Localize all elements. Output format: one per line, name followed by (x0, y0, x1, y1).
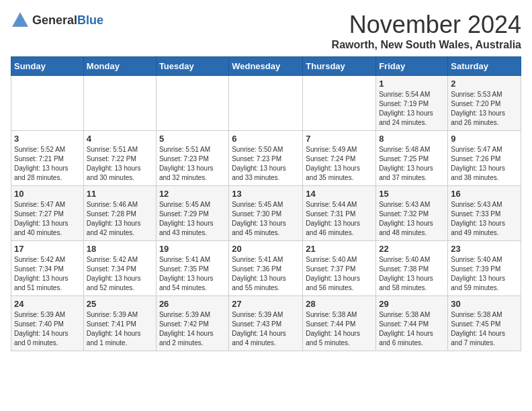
calendar-cell: 25Sunrise: 5:39 AM Sunset: 7:41 PM Dayli… (83, 296, 156, 351)
calendar-cell: 8Sunrise: 5:48 AM Sunset: 7:25 PM Daylig… (376, 131, 448, 186)
calendar-cell: 24Sunrise: 5:39 AM Sunset: 7:40 PM Dayli… (11, 296, 84, 351)
calendar-cell: 20Sunrise: 5:41 AM Sunset: 7:36 PM Dayli… (229, 241, 303, 296)
day-info: Sunrise: 5:38 AM Sunset: 7:45 PM Dayligh… (451, 310, 518, 348)
calendar-week-row: 17Sunrise: 5:42 AM Sunset: 7:34 PM Dayli… (11, 241, 521, 296)
day-number: 21 (306, 244, 373, 254)
day-info: Sunrise: 5:43 AM Sunset: 7:32 PM Dayligh… (379, 200, 445, 238)
calendar-cell: 9Sunrise: 5:47 AM Sunset: 7:26 PM Daylig… (448, 131, 521, 186)
header-tuesday: Tuesday (156, 57, 228, 76)
title-area: November 2024 Raworth, New South Wales, … (332, 11, 521, 51)
day-info: Sunrise: 5:45 AM Sunset: 7:30 PM Dayligh… (232, 200, 300, 238)
day-number: 8 (379, 134, 445, 144)
day-info: Sunrise: 5:49 AM Sunset: 7:24 PM Dayligh… (306, 145, 373, 183)
logo-text: GeneralBlue (32, 13, 103, 28)
day-number: 5 (159, 134, 226, 144)
calendar-cell: 30Sunrise: 5:38 AM Sunset: 7:45 PM Dayli… (448, 296, 521, 351)
svg-marker-2 (13, 15, 27, 26)
calendar-cell (229, 76, 303, 131)
calendar-cell: 5Sunrise: 5:51 AM Sunset: 7:23 PM Daylig… (156, 131, 228, 186)
day-info: Sunrise: 5:40 AM Sunset: 7:38 PM Dayligh… (379, 255, 445, 293)
calendar-week-row: 3Sunrise: 5:52 AM Sunset: 7:21 PM Daylig… (11, 131, 521, 186)
calendar-table: SundayMondayTuesdayWednesdayThursdayFrid… (11, 56, 521, 351)
calendar-cell (303, 76, 376, 131)
day-number: 23 (451, 244, 518, 254)
calendar-cell: 21Sunrise: 5:40 AM Sunset: 7:37 PM Dayli… (303, 241, 376, 296)
day-info: Sunrise: 5:47 AM Sunset: 7:26 PM Dayligh… (451, 145, 518, 183)
calendar-cell: 11Sunrise: 5:46 AM Sunset: 7:28 PM Dayli… (83, 186, 156, 241)
logo-icon (11, 11, 30, 30)
day-info: Sunrise: 5:45 AM Sunset: 7:29 PM Dayligh… (159, 200, 226, 238)
day-info: Sunrise: 5:47 AM Sunset: 7:27 PM Dayligh… (14, 200, 81, 238)
header-thursday: Thursday (303, 57, 376, 76)
day-number: 11 (87, 189, 153, 199)
day-info: Sunrise: 5:52 AM Sunset: 7:21 PM Dayligh… (14, 145, 81, 183)
header-sunday: Sunday (11, 57, 84, 76)
calendar-cell: 23Sunrise: 5:40 AM Sunset: 7:39 PM Dayli… (448, 241, 521, 296)
calendar-cell: 22Sunrise: 5:40 AM Sunset: 7:38 PM Dayli… (376, 241, 448, 296)
day-number: 6 (232, 134, 300, 144)
calendar-cell: 16Sunrise: 5:43 AM Sunset: 7:33 PM Dayli… (448, 186, 521, 241)
day-info: Sunrise: 5:42 AM Sunset: 7:34 PM Dayligh… (87, 255, 153, 293)
calendar-cell: 2Sunrise: 5:53 AM Sunset: 7:20 PM Daylig… (448, 76, 521, 131)
day-number: 29 (379, 299, 445, 309)
day-number: 13 (232, 189, 300, 199)
calendar-cell: 12Sunrise: 5:45 AM Sunset: 7:29 PM Dayli… (156, 186, 228, 241)
calendar-cell: 3Sunrise: 5:52 AM Sunset: 7:21 PM Daylig… (11, 131, 84, 186)
day-info: Sunrise: 5:38 AM Sunset: 7:44 PM Dayligh… (306, 310, 373, 348)
day-number: 15 (379, 189, 445, 199)
calendar-cell: 6Sunrise: 5:50 AM Sunset: 7:23 PM Daylig… (229, 131, 303, 186)
header-saturday: Saturday (448, 57, 521, 76)
month-title: November 2024 (332, 11, 521, 39)
day-number: 22 (379, 244, 445, 254)
day-info: Sunrise: 5:54 AM Sunset: 7:19 PM Dayligh… (379, 90, 445, 128)
day-number: 20 (232, 244, 300, 254)
day-number: 4 (87, 134, 153, 144)
day-number: 14 (306, 189, 373, 199)
logo: GeneralBlue (11, 11, 103, 30)
calendar-cell: 28Sunrise: 5:38 AM Sunset: 7:44 PM Dayli… (303, 296, 376, 351)
calendar-cell (156, 76, 228, 131)
day-number: 3 (14, 134, 81, 144)
header-wednesday: Wednesday (229, 57, 303, 76)
day-info: Sunrise: 5:43 AM Sunset: 7:33 PM Dayligh… (451, 200, 518, 238)
logo-general: General (32, 13, 77, 27)
calendar-cell: 1Sunrise: 5:54 AM Sunset: 7:19 PM Daylig… (376, 76, 448, 131)
calendar-cell (11, 76, 84, 131)
day-info: Sunrise: 5:50 AM Sunset: 7:23 PM Dayligh… (232, 145, 300, 183)
calendar-cell: 26Sunrise: 5:39 AM Sunset: 7:42 PM Dayli… (156, 296, 228, 351)
day-number: 1 (379, 79, 445, 89)
calendar-cell: 14Sunrise: 5:44 AM Sunset: 7:31 PM Dayli… (303, 186, 376, 241)
calendar-week-row: 24Sunrise: 5:39 AM Sunset: 7:40 PM Dayli… (11, 296, 521, 351)
calendar-cell: 27Sunrise: 5:39 AM Sunset: 7:43 PM Dayli… (229, 296, 303, 351)
day-info: Sunrise: 5:40 AM Sunset: 7:39 PM Dayligh… (451, 255, 518, 293)
day-info: Sunrise: 5:41 AM Sunset: 7:35 PM Dayligh… (159, 255, 226, 293)
day-number: 28 (306, 299, 373, 309)
calendar-header-row: SundayMondayTuesdayWednesdayThursdayFrid… (11, 57, 521, 76)
day-info: Sunrise: 5:53 AM Sunset: 7:20 PM Dayligh… (451, 90, 518, 128)
calendar-cell: 10Sunrise: 5:47 AM Sunset: 7:27 PM Dayli… (11, 186, 84, 241)
header-friday: Friday (376, 57, 448, 76)
day-info: Sunrise: 5:51 AM Sunset: 7:23 PM Dayligh… (159, 145, 226, 183)
logo-blue: Blue (77, 13, 103, 27)
day-info: Sunrise: 5:48 AM Sunset: 7:25 PM Dayligh… (379, 145, 445, 183)
day-number: 16 (451, 189, 518, 199)
calendar-cell: 15Sunrise: 5:43 AM Sunset: 7:32 PM Dayli… (376, 186, 448, 241)
day-info: Sunrise: 5:44 AM Sunset: 7:31 PM Dayligh… (306, 200, 373, 238)
day-number: 30 (451, 299, 518, 309)
day-number: 26 (159, 299, 226, 309)
day-number: 19 (159, 244, 226, 254)
day-number: 27 (232, 299, 300, 309)
day-info: Sunrise: 5:40 AM Sunset: 7:37 PM Dayligh… (306, 255, 373, 293)
day-number: 24 (14, 299, 81, 309)
day-info: Sunrise: 5:39 AM Sunset: 7:43 PM Dayligh… (232, 310, 300, 348)
calendar-cell: 19Sunrise: 5:41 AM Sunset: 7:35 PM Dayli… (156, 241, 228, 296)
calendar-cell: 13Sunrise: 5:45 AM Sunset: 7:30 PM Dayli… (229, 186, 303, 241)
day-info: Sunrise: 5:39 AM Sunset: 7:41 PM Dayligh… (87, 310, 153, 348)
location-title: Raworth, New South Wales, Australia (332, 39, 521, 51)
header: GeneralBlue November 2024 Raworth, New S… (11, 11, 521, 51)
day-info: Sunrise: 5:39 AM Sunset: 7:40 PM Dayligh… (14, 310, 81, 348)
calendar-cell: 4Sunrise: 5:51 AM Sunset: 7:22 PM Daylig… (83, 131, 156, 186)
calendar-week-row: 1Sunrise: 5:54 AM Sunset: 7:19 PM Daylig… (11, 76, 521, 131)
calendar-cell: 18Sunrise: 5:42 AM Sunset: 7:34 PM Dayli… (83, 241, 156, 296)
day-number: 18 (87, 244, 153, 254)
